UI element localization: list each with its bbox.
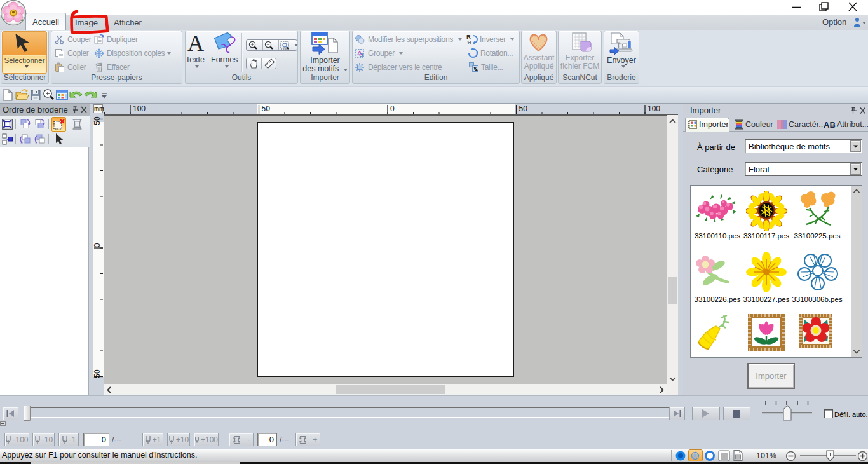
svg-text:100: 100 [648, 104, 660, 113]
svg-text:50: 50 [262, 104, 271, 113]
svg-text:100: 100 [133, 104, 146, 113]
svg-text:0: 0 [93, 243, 102, 247]
svg-text:0: 0 [390, 104, 395, 113]
svg-text:50: 50 [93, 116, 102, 125]
svg-text:R: R [467, 39, 471, 44]
svg-text:50: 50 [519, 104, 528, 113]
svg-text:A: A [187, 32, 204, 53]
svg-text:50: 50 [93, 369, 102, 378]
